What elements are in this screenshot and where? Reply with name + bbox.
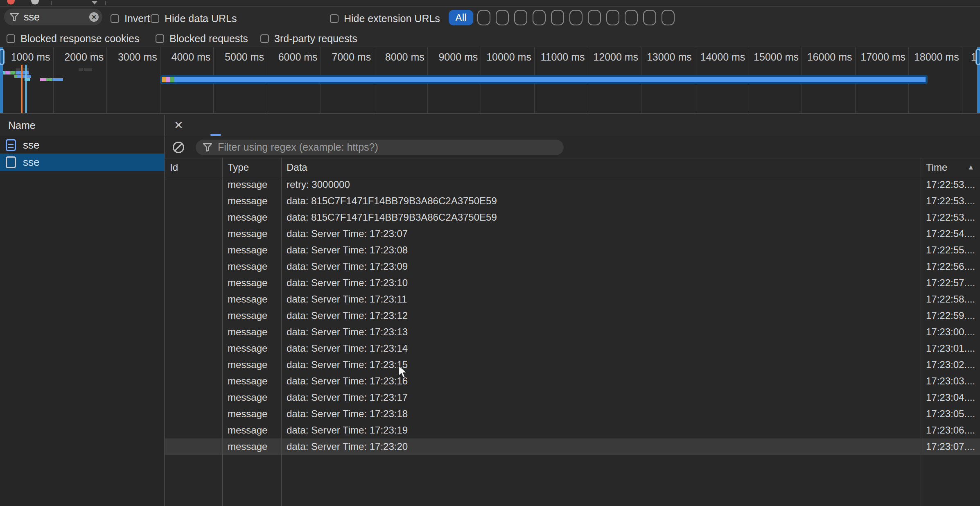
eventstream-row[interactable]: message retry: 3000000 17:22:53....: [165, 176, 980, 193]
details-tab[interactable]: [208, 115, 224, 136]
waterfall-bar: [166, 77, 170, 82]
clear-network-log-icon[interactable]: [31, 0, 39, 5]
eventstream-row[interactable]: message data: Server Time: 17:23:12 17:2…: [165, 307, 980, 324]
hide-data-urls-label: Hide data URLs: [165, 13, 237, 25]
hide-data-urls-checkbox[interactable]: Hide data URLs: [151, 13, 237, 25]
record-icon[interactable]: [7, 0, 15, 5]
eventstream-row[interactable]: message data: Server Time: 17:23:07 17:2…: [165, 226, 980, 242]
eventstream-row[interactable]: message data: Server Time: 17:23:11 17:2…: [165, 291, 980, 307]
column-header-type[interactable]: Type: [223, 158, 282, 177]
toolbar-divider: [146, 11, 146, 24]
column-header-time[interactable]: Time ▲: [921, 158, 980, 177]
eventstream-filter-field[interactable]: [196, 140, 564, 155]
eventstream-row[interactable]: message data: Server Time: 17:23:14 17:2…: [165, 340, 980, 357]
request-row[interactable]: sse: [0, 154, 164, 171]
checkbox-icon[interactable]: [156, 34, 164, 43]
hide-extension-urls-checkbox[interactable]: Hide extension URLs: [330, 13, 440, 25]
cell-id: [165, 406, 223, 422]
type-filter-all[interactable]: All: [449, 10, 473, 25]
details-tab[interactable]: [239, 115, 255, 136]
eventstream-table-header: Id Type Data Time ▲: [165, 158, 980, 177]
eventstream-row[interactable]: message data: 815C7F1471F14BB79B3A86C2A3…: [165, 193, 980, 209]
details-tabs: [192, 115, 270, 136]
type-filter-pill[interactable]: [477, 10, 490, 25]
drag-grip-icon[interactable]: [0, 49, 5, 65]
eventstream-row[interactable]: message data: Server Time: 17:23:18 17:2…: [165, 406, 980, 422]
close-details-icon[interactable]: ✕: [174, 119, 183, 132]
details-tab[interactable]: [192, 115, 208, 136]
type-filter-pill[interactable]: [569, 10, 583, 25]
cell-time: 17:23:06....: [921, 422, 980, 438]
column-divider[interactable]: [921, 158, 921, 506]
eventstream-row[interactable]: message data: Server Time: 17:23:17 17:2…: [165, 389, 980, 406]
requests-name-column-header[interactable]: Name: [0, 115, 164, 136]
eventstream-row[interactable]: message data: Server Time: 17:23:08 17:2…: [165, 242, 980, 258]
cell-type: message: [223, 291, 282, 307]
eventstream-row[interactable]: message data: 815C7F1471F14BB79B3A86C2A3…: [165, 209, 980, 226]
eventstream-row[interactable]: message data: Server Time: 17:23:15 17:2…: [165, 357, 980, 373]
cell-type: message: [223, 176, 282, 193]
network-overview-timeline[interactable]: 1000 ms2000 ms3000 ms4000 ms5000 ms6000 …: [0, 47, 980, 114]
details-tab[interactable]: [255, 115, 270, 136]
type-filter-pill[interactable]: [662, 10, 675, 25]
network-filter-toolbar: ✕ Invert Hide data URLs Hide extension U…: [0, 7, 980, 29]
cell-id: [165, 291, 223, 307]
toolbar-divider: [105, 1, 106, 5]
request-row[interactable]: sse: [0, 136, 164, 154]
type-filter-pill[interactable]: [496, 10, 509, 25]
request-type-icon: [6, 139, 16, 151]
cell-data: retry: 3000000: [282, 176, 921, 193]
blocked-filter-checkbox[interactable]: Blocked response cookies: [7, 33, 139, 45]
blocked-filter-checkbox[interactable]: Blocked requests: [156, 33, 248, 45]
details-tab[interactable]: [224, 115, 239, 136]
cell-data: data: Server Time: 17:23:19: [282, 422, 921, 438]
column-header-id[interactable]: Id: [165, 158, 223, 177]
checkbox-icon[interactable]: [260, 34, 269, 43]
cell-data: data: Server Time: 17:23:15: [282, 357, 921, 373]
clear-all-icon[interactable]: [173, 142, 184, 153]
checkbox-icon[interactable]: [111, 14, 119, 23]
column-divider[interactable]: [281, 158, 282, 506]
cell-data: data: Server Time: 17:23:17: [282, 389, 921, 406]
cell-data: data: 815C7F1471F14BB79B3A86C2A3750E59: [282, 209, 921, 226]
cell-time: 17:22:58....: [921, 291, 980, 307]
cell-data: data: Server Time: 17:23:09: [282, 258, 921, 275]
invert-checkbox[interactable]: Invert: [111, 13, 150, 25]
type-filter-pill[interactable]: [533, 10, 546, 25]
type-filter-pill[interactable]: [551, 10, 564, 25]
cell-id: [165, 389, 223, 406]
cell-id: [165, 275, 223, 291]
eventstream-row[interactable]: message data: Server Time: 17:23:20 17:2…: [165, 438, 980, 455]
type-filter-pill[interactable]: [514, 10, 527, 25]
eventstream-rows: message retry: 3000000 17:22:53.... mess…: [165, 176, 980, 506]
type-filter-pill[interactable]: [588, 10, 601, 25]
network-filter-input[interactable]: [24, 11, 77, 23]
eventstream-row[interactable]: message data: Server Time: 17:23:09 17:2…: [165, 258, 980, 275]
drag-grip-icon[interactable]: [975, 49, 980, 65]
eventstream-row[interactable]: message data: Server Time: 17:23:10 17:2…: [165, 275, 980, 291]
clear-filter-icon[interactable]: ✕: [89, 12, 99, 22]
cell-id: [165, 209, 223, 226]
overview-right-handle[interactable]: [977, 47, 980, 113]
cell-data: data: Server Time: 17:23:14: [282, 340, 921, 357]
type-filter-pill[interactable]: [606, 10, 619, 25]
column-header-data[interactable]: Data: [282, 158, 921, 177]
eventstream-row[interactable]: message data: Server Time: 17:23:16 17:2…: [165, 373, 980, 389]
blocked-filter-checkbox[interactable]: 3rd-party requests: [260, 33, 357, 45]
column-divider[interactable]: [222, 158, 223, 506]
eventstream-row[interactable]: message data: Server Time: 17:23:13 17:2…: [165, 324, 980, 340]
waterfall-bar: [46, 78, 52, 81]
type-filter-pill[interactable]: [625, 10, 638, 25]
eventstream-filter-input[interactable]: [217, 141, 556, 154]
checkbox-icon[interactable]: [151, 14, 159, 23]
type-filter-pill[interactable]: [643, 10, 656, 25]
checkbox-icon[interactable]: [7, 34, 15, 43]
overview-left-handle[interactable]: [0, 47, 3, 113]
request-name-label: sse: [23, 156, 39, 169]
blocked-filter-label: 3rd-party requests: [274, 33, 357, 45]
network-filter-field[interactable]: ✕: [4, 9, 102, 25]
eventstream-row[interactable]: message data: Server Time: 17:23:19 17:2…: [165, 422, 980, 438]
cell-id: [165, 324, 223, 340]
cell-data: data: Server Time: 17:23:08: [282, 242, 921, 258]
checkbox-icon[interactable]: [330, 14, 339, 23]
